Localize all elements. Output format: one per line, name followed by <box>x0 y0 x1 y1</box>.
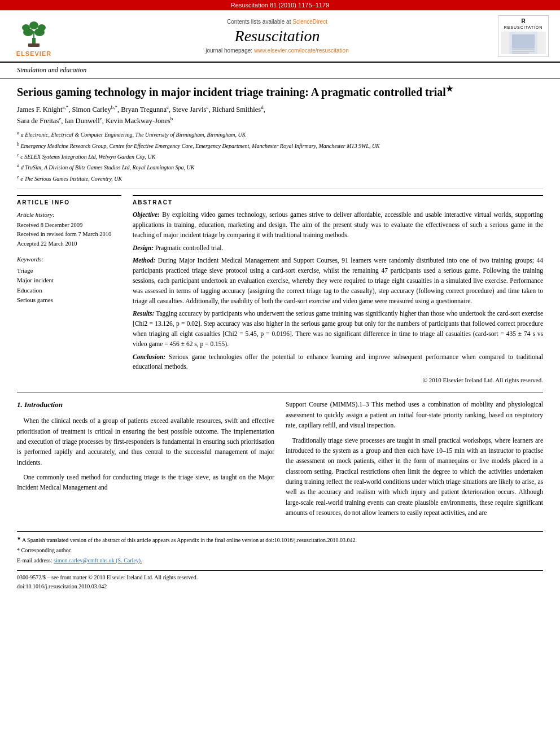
affiliation-c: c c SELEX Systems Integration Ltd, Welwy… <box>17 151 543 161</box>
affiliation-e: e e The Serious Games Institute, Coventr… <box>17 173 543 184</box>
section-label: Simulation and education <box>0 63 560 78</box>
resuscitation-logo-box: R RESUSCITATION <box>498 15 549 57</box>
section1-heading: 1. Introduction <box>17 399 274 411</box>
affiliations: a a Electronic, Electrical & Computer En… <box>17 129 543 189</box>
svg-rect-1 <box>28 43 40 47</box>
method-label: Method: <box>133 257 155 264</box>
svg-point-4 <box>22 24 30 31</box>
issn-line: 0300-9572/$ – see front matter © 2010 El… <box>17 573 543 582</box>
article-history-block: Article history: Received 8 December 200… <box>17 210 121 249</box>
journal-title: Resuscitation <box>56 27 498 45</box>
svg-rect-2 <box>33 31 34 39</box>
svg-point-7 <box>29 21 38 29</box>
body-para1: When the clinical needs of a group of pa… <box>17 416 274 468</box>
revised-date: Received in revised form 7 March 2010 <box>17 230 121 239</box>
body-para2: One commonly used method for conducting … <box>17 472 274 493</box>
accepted-date: Accepted 22 March 2010 <box>17 239 121 249</box>
sciencedirect-link[interactable]: ScienceDirect <box>292 19 327 25</box>
abstract-conclusion: Conclusion: Serious game technologies of… <box>133 352 543 373</box>
footnote-star-symbol: ★ <box>17 536 21 541</box>
journal-citation: Resuscitation 81 (2010) 1175–1179 <box>231 2 329 8</box>
conclusion-label: Conclusion: <box>133 353 165 360</box>
section1-title: Introduction <box>24 400 63 409</box>
design-text: Pragmatic controlled trial. <box>155 244 223 251</box>
abstract-text: Objective: By exploiting video games tec… <box>133 210 543 385</box>
received-date: Received 8 December 2009 <box>17 221 121 230</box>
article-info-column: ARTICLE INFO Article history: Received 8… <box>17 195 121 385</box>
footnotes: ★ A Spanish translated version of the ab… <box>17 531 543 565</box>
sciencedirect-line: Contents lists available at ScienceDirec… <box>56 19 498 25</box>
abstract-column: ABSTRACT Objective: By exploiting video … <box>133 195 543 385</box>
journal-header: ELSEVIER Contents lists available at Sci… <box>0 10 560 63</box>
elsevier-logo: ELSEVIER <box>11 15 56 57</box>
email-address[interactable]: simon.carley@cmft.nhs.uk (S. Carley). <box>54 557 142 563</box>
doi-line: doi:10.1016/j.resuscitation.2010.03.042 <box>17 582 543 591</box>
body-para3: Support Course (MIMMS).1–3 This method u… <box>286 399 543 430</box>
keyword-education: Education <box>17 286 121 296</box>
affiliation-b: b Emergency Medicine Research Group, Cen… <box>17 141 543 151</box>
abstract-design: Design: Pragmatic controlled trial. <box>133 243 543 254</box>
footnote-star: ★ A Spanish translated version of the ab… <box>17 535 543 544</box>
journal-homepage: journal homepage: www.elsevier.com/locat… <box>56 47 498 54</box>
affiliation-d: d d TruSim, A Division of Blitz Games St… <box>17 162 543 172</box>
body-para4: Traditionally triage sieve processes are… <box>286 435 543 518</box>
authors: James F. Knighta,*, Simon Carleyb,*, Bry… <box>17 104 543 126</box>
abstract-objective: Objective: By exploiting video games tec… <box>133 210 543 240</box>
footnote-email: E-mail address: simon.carley@cmft.nhs.uk… <box>17 556 543 565</box>
resuscitation-image <box>501 32 546 54</box>
footnote-corresponding: * Corresponding author. <box>17 546 543 554</box>
article-info-title: ARTICLE INFO <box>17 199 121 206</box>
journal-center: Contents lists available at ScienceDirec… <box>56 19 498 54</box>
objective-text: By exploiting video games technology, se… <box>133 211 543 238</box>
resuscitation-box-title: RESUSCITATION <box>501 25 546 29</box>
article-history-dates: Received 8 December 2009 Received in rev… <box>17 221 121 249</box>
abstract-results: Results: Tagging accuracy by participant… <box>133 309 543 349</box>
bottom-bar: 0300-9572/$ – see front matter © 2010 El… <box>17 570 543 591</box>
design-label: Design: <box>133 244 154 251</box>
copyright-line: © 2010 Elsevier Ireland Ltd. All rights … <box>133 375 543 385</box>
keyword-triage: Triage <box>17 266 121 276</box>
section-divider <box>17 392 543 392</box>
article-star: ★ <box>446 85 453 93</box>
affiliation-a: a a Electronic, Electrical & Computer En… <box>17 129 543 139</box>
elsevier-text: ELSEVIER <box>16 50 51 57</box>
body-content: 1. Introduction When the clinical needs … <box>17 399 543 522</box>
keywords-label: Keywords: <box>17 255 121 264</box>
keywords-list: Triage Major incident Education Serious … <box>17 266 121 305</box>
journal-citation-bar: Resuscitation 81 (2010) 1175–1179 <box>0 0 560 10</box>
footnote-star-text: A Spanish translated version of the abst… <box>22 537 357 543</box>
elsevier-tree-icon <box>17 15 51 49</box>
abstract-method: Method: During Major Incident Medical Ma… <box>133 256 543 306</box>
email-label: E-mail address: <box>17 557 52 563</box>
objective-label: Objective: <box>133 211 160 218</box>
article-title: Serious gaming technology in major incid… <box>17 84 543 99</box>
homepage-url[interactable]: www.elsevier.com/locate/resuscitation <box>254 47 349 54</box>
section1-num: 1. <box>17 400 23 409</box>
article-info-abstract: ARTICLE INFO Article history: Received 8… <box>17 195 543 385</box>
resuscitation-r-logo: R <box>501 18 546 24</box>
section-label-text: Simulation and education <box>17 66 86 74</box>
body-right-col: Support Course (MIMMS).1–3 This method u… <box>286 399 543 522</box>
method-text: During Major Incident Medical Management… <box>133 257 543 304</box>
svg-rect-9 <box>512 34 535 49</box>
keywords-block: Keywords: Triage Major incident Educatio… <box>17 255 121 305</box>
article-title-text: Serious gaming technology in major incid… <box>17 86 446 98</box>
results-text: Tagging accuracy by participants who und… <box>133 310 543 347</box>
results-label: Results: <box>133 310 154 317</box>
article-content: Serious gaming technology in major incid… <box>0 78 560 597</box>
keyword-serious-games: Serious games <box>17 295 121 305</box>
abstract-title: ABSTRACT <box>133 199 543 206</box>
body-left-col: 1. Introduction When the clinical needs … <box>17 399 274 522</box>
conclusion-text: Serious game technologies offer the pote… <box>133 353 543 370</box>
article-history-label: Article history: <box>17 210 121 220</box>
keyword-major-incident: Major incident <box>17 276 121 286</box>
svg-point-6 <box>38 24 46 31</box>
